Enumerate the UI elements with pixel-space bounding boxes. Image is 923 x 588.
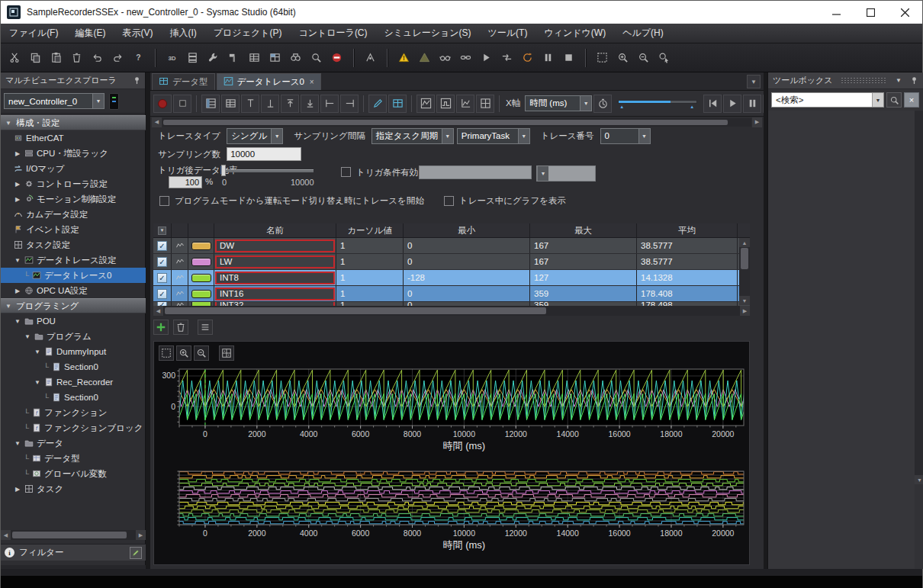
- t-axis-button[interactable]: [241, 95, 259, 113]
- draw-mode-button[interactable]: [368, 95, 387, 113]
- explorer-hscrollbar[interactable]: ◀ ▶: [1, 530, 146, 540]
- toolbox-search-button[interactable]: [886, 92, 902, 108]
- pin-icon[interactable]: [909, 76, 919, 86]
- sampling-interval-select[interactable]: 指定タスク周期▼: [371, 128, 454, 144]
- slider-track[interactable]: [618, 100, 697, 104]
- trace-row-INT8[interactable]: ✓ INT8 1 -128 127 14.1328: [153, 270, 750, 285]
- expand-arrow-icon[interactable]: ▼: [34, 379, 41, 386]
- variable-menu-button[interactable]: [198, 320, 213, 335]
- menu-project[interactable]: プロジェクト(P): [205, 24, 291, 43]
- chart-grid-button[interactable]: [476, 95, 494, 113]
- menu-help[interactable]: ヘルプ(H): [614, 24, 672, 43]
- minimize-button[interactable]: [819, 1, 854, 24]
- filter-icon[interactable]: ▼: [158, 227, 166, 235]
- tree-pou[interactable]: ▼POU: [1, 313, 146, 329]
- analog-chart[interactable]: 0300020004000600080001000012000140001600…: [155, 365, 748, 462]
- chart-zoom-out-button[interactable]: [194, 345, 209, 361]
- tree-io-map[interactable]: I/Oマップ: [1, 161, 146, 176]
- scroll-left-icon[interactable]: ◀: [1, 530, 11, 540]
- row-checkbox[interactable]: ✓: [153, 254, 172, 269]
- tree-cpu-rack[interactable]: ▶CPU・増設ラック: [1, 146, 146, 161]
- expand-arrow-icon[interactable]: ▶: [14, 288, 21, 294]
- sampling-task-select[interactable]: PrimaryTask▼: [457, 128, 530, 144]
- row-name-cell[interactable]: DW: [214, 238, 336, 253]
- zoom-in-button[interactable]: [613, 48, 632, 67]
- variable-list-button[interactable]: [221, 95, 240, 113]
- settings-hscrollbar[interactable]: ◀ ▶: [152, 117, 762, 127]
- sampling-time-icon[interactable]: [593, 95, 612, 113]
- zoom-out-button[interactable]: [634, 48, 653, 67]
- post-trigger-slider-thumb[interactable]: [221, 165, 226, 176]
- row-checkbox[interactable]: ✓: [153, 270, 172, 285]
- stop-button[interactable]: [173, 95, 191, 113]
- row-color-swatch[interactable]: [188, 254, 214, 269]
- pause-button[interactable]: [743, 95, 761, 113]
- trace-row-INT16[interactable]: ✓ INT16 1 0 359 178.408: [153, 286, 750, 301]
- analog-chart-button[interactable]: [416, 95, 435, 113]
- tree-rec-recorder[interactable]: ▼Rec_Recorder: [1, 374, 146, 390]
- trace-type-select[interactable]: シングル▼: [227, 128, 283, 144]
- tree-cam-data-settings[interactable]: カムデータ設定: [1, 207, 146, 222]
- scroll-thumb[interactable]: [165, 307, 546, 314]
- tree-ethercat[interactable]: EtherCAT: [1, 130, 146, 146]
- row-name-cell[interactable]: LW: [214, 254, 336, 269]
- menu-insert[interactable]: 挿入(I): [161, 24, 204, 43]
- row-color-swatch[interactable]: [188, 286, 214, 301]
- scroll-right-icon[interactable]: ▶: [740, 306, 750, 316]
- row-name-cell[interactable]: INT16: [214, 286, 336, 301]
- table-mode-button[interactable]: [388, 95, 407, 113]
- play-button[interactable]: [723, 95, 741, 113]
- scroll-down-icon[interactable]: ▼: [739, 296, 750, 305]
- digital-chart-button[interactable]: [436, 95, 455, 113]
- scroll-right-icon[interactable]: ▶: [752, 117, 762, 127]
- row-checkbox[interactable]: ✓: [153, 286, 172, 301]
- toolbox-vscrollbar[interactable]: ▼: [915, 111, 923, 484]
- cross-reference-button[interactable]: [286, 48, 305, 67]
- cursor-table-button[interactable]: [201, 95, 220, 113]
- trace-number-select[interactable]: 0▼: [600, 128, 651, 144]
- go-start-button[interactable]: [703, 95, 722, 113]
- expand-arrow-icon[interactable]: ▶: [14, 196, 21, 203]
- transfer-button[interactable]: [497, 48, 516, 67]
- tree-data-trace-settings[interactable]: ▼データトレース設定: [1, 252, 146, 268]
- sampling-count-input[interactable]: 10000: [227, 147, 301, 161]
- align-right-button[interactable]: [340, 95, 359, 113]
- tools-button[interactable]: [204, 48, 223, 67]
- col-header-min[interactable]: 最小: [404, 223, 530, 237]
- scroll-up-icon[interactable]: ▲: [739, 238, 750, 247]
- chart-zoom-region-button[interactable]: [159, 345, 174, 361]
- monitor-button[interactable]: [436, 48, 455, 67]
- scroll-left-icon[interactable]: ◀: [153, 306, 163, 316]
- trace-row-LW[interactable]: ✓ LW 1 0 167 38.5777: [153, 254, 750, 269]
- online-button[interactable]: [361, 48, 380, 67]
- pause-mode-button[interactable]: [539, 48, 558, 67]
- row-chart-icon[interactable]: [172, 238, 188, 253]
- build-button[interactable]: [224, 48, 243, 67]
- rebuild-button[interactable]: [415, 48, 434, 67]
- tree-task-settings[interactable]: タスク設定: [1, 237, 146, 252]
- rack-config-button[interactable]: [183, 48, 202, 67]
- align-left-button[interactable]: [320, 95, 339, 113]
- scale-down-button[interactable]: [301, 95, 319, 113]
- zoom-region-button[interactable]: [593, 48, 612, 67]
- table-vscrollbar[interactable]: ▲▼: [739, 238, 750, 305]
- abort-button[interactable]: [327, 48, 346, 67]
- show-graph-checkbox[interactable]: [444, 196, 454, 206]
- scroll-down-icon[interactable]: ▼: [915, 475, 923, 484]
- row-chart-icon[interactable]: [172, 286, 188, 301]
- tree-opc-ua-settings[interactable]: ▶OPC UA設定: [1, 283, 146, 298]
- tree-tasks[interactable]: ▶タスク: [1, 481, 146, 495]
- copy-button[interactable]: [26, 48, 45, 67]
- trigger-enable-checkbox[interactable]: [341, 167, 351, 177]
- tree-data-trace-0[interactable]: └データトレース0: [1, 268, 146, 283]
- chart-zoom-in-button[interactable]: [176, 345, 191, 361]
- delete-variable-button[interactable]: [173, 320, 188, 335]
- row-checkbox[interactable]: ✓: [153, 238, 172, 253]
- reset-button[interactable]: [518, 48, 537, 67]
- xaxis-select[interactable]: 時間 (ms) ▼: [525, 95, 592, 111]
- row-chart-icon[interactable]: [172, 254, 188, 269]
- overlay-chart-button[interactable]: [456, 95, 474, 113]
- filter-edit-icon[interactable]: [130, 547, 142, 559]
- variable-table-button[interactable]: [265, 48, 285, 67]
- toolbox-search-select[interactable]: <検索> ▼: [771, 92, 884, 108]
